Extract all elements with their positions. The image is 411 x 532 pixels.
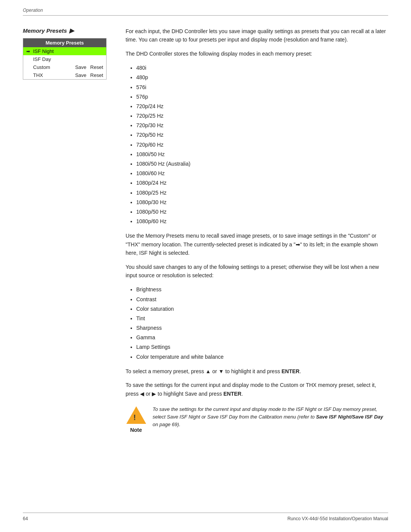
list-item: 720p/24 Hz bbox=[136, 102, 388, 111]
save-reminder-paragraph: You should save changes to any of the fo… bbox=[126, 263, 388, 280]
page-footer: 64 Runco VX-44d/-55d Installation/Operat… bbox=[23, 513, 388, 521]
modes-intro-paragraph: The DHD Controller stores the following … bbox=[126, 50, 388, 58]
list-item: 1080p/25 Hz bbox=[136, 188, 388, 198]
page-container: Operation Memory Presets ▶ Memory Preset… bbox=[0, 0, 411, 532]
list-item: 1080i/50 Hz bbox=[136, 150, 388, 159]
list-item: 720p/25 Hz bbox=[136, 111, 388, 121]
no-arrow-icon bbox=[26, 57, 32, 62]
no-arrow-icon bbox=[26, 65, 32, 70]
note-text: To save the settings for the current inp… bbox=[153, 406, 388, 428]
page-number: 64 bbox=[23, 516, 28, 521]
list-item: Contrast bbox=[136, 295, 388, 304]
list-item: 480i bbox=[136, 63, 388, 73]
list-item: Lamp Settings bbox=[136, 342, 388, 352]
custom-reset-button[interactable]: Reset bbox=[90, 64, 103, 70]
thx-reset-button[interactable]: Reset bbox=[90, 72, 103, 78]
list-item: 576p bbox=[136, 92, 388, 102]
list-item: 480p bbox=[136, 73, 388, 82]
list-item: 1080p/50 Hz bbox=[136, 207, 388, 217]
menu-heading-label: Memory Presets bbox=[23, 27, 67, 34]
page-header: Operation bbox=[0, 0, 411, 15]
menu-box: Memory Presets ➡ ISF Night ISF Day Custo… bbox=[23, 38, 107, 80]
right-column: For each input, the DHD Controller lets … bbox=[122, 27, 388, 433]
settings-list: Brightness Contrast Color saturation Tin… bbox=[136, 285, 388, 362]
breadcrumb: Operation bbox=[23, 8, 43, 13]
list-item: 720p/50 Hz bbox=[136, 130, 388, 140]
left-column: Memory Presets ▶ Memory Presets ➡ ISF Ni… bbox=[23, 27, 122, 433]
presets-usage-paragraph: Use the Memory Presets menu to recall sa… bbox=[126, 232, 388, 257]
note-icon-wrap: Note bbox=[126, 406, 147, 433]
display-modes-list: 480i 480p 576i 576p 720p/24 Hz 720p/25 H… bbox=[136, 63, 388, 226]
warning-triangle-icon bbox=[126, 406, 146, 424]
list-item: 1080p/30 Hz bbox=[136, 198, 388, 207]
list-item: Tint bbox=[136, 314, 388, 323]
menu-heading: Memory Presets ▶ bbox=[23, 27, 114, 34]
no-arrow-icon bbox=[26, 73, 32, 78]
note-box: Note To save the settings for the curren… bbox=[126, 406, 388, 433]
save-preset-paragraph: To save the settings for the current inp… bbox=[126, 381, 388, 398]
list-item: 1080i/50 Hz (Australia) bbox=[136, 159, 388, 169]
list-item: 576i bbox=[136, 83, 388, 92]
list-item: 1080p/60 Hz bbox=[136, 217, 388, 226]
select-preset-paragraph: To select a memory preset, press ▲ or ▼ … bbox=[126, 367, 388, 375]
menu-box-title: Memory Presets bbox=[23, 38, 106, 47]
list-item: Sharpness bbox=[136, 323, 388, 333]
note-label: Note bbox=[130, 427, 142, 433]
list-item: Gamma bbox=[136, 333, 388, 342]
thx-save-button[interactable]: Save bbox=[75, 72, 86, 78]
menu-item-label: THX bbox=[33, 72, 71, 78]
list-item: 1080p/24 Hz bbox=[136, 178, 388, 188]
selected-arrow-icon: ➡ bbox=[26, 49, 32, 54]
intro-paragraph: For each input, the DHD Controller lets … bbox=[126, 27, 388, 44]
menu-item-isfday[interactable]: ISF Day bbox=[23, 55, 106, 63]
menu-item-label: ISF Night bbox=[33, 48, 103, 54]
list-item: 1080i/60 Hz bbox=[136, 169, 388, 178]
menu-heading-arrow: ▶ bbox=[69, 27, 74, 34]
list-item: 720p/30 Hz bbox=[136, 121, 388, 130]
main-content: Memory Presets ▶ Memory Presets ➡ ISF Ni… bbox=[0, 16, 411, 448]
list-item: Color saturation bbox=[136, 304, 388, 314]
menu-item-label: ISF Day bbox=[33, 56, 103, 62]
manual-title: Runco VX-44d/-55d Installation/Operation… bbox=[287, 516, 388, 521]
list-item: Brightness bbox=[136, 285, 388, 294]
menu-item-label: Custom bbox=[33, 64, 71, 70]
menu-item-custom[interactable]: Custom Save Reset bbox=[23, 63, 106, 71]
menu-item-thx[interactable]: THX Save Reset bbox=[23, 71, 106, 79]
list-item: Color temperature and white balance bbox=[136, 352, 388, 362]
menu-item-isfnight[interactable]: ➡ ISF Night bbox=[23, 47, 106, 55]
custom-save-button[interactable]: Save bbox=[75, 64, 86, 70]
list-item: 720p/60 Hz bbox=[136, 140, 388, 150]
